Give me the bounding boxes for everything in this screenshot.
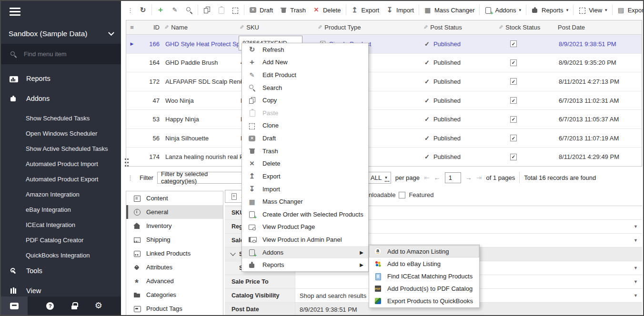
sidebar-subitem[interactable]: Amazon Integration xyxy=(1,187,121,202)
context-menu-item[interactable]: View Product in Admin Panel xyxy=(242,233,368,246)
column-header[interactable]: ✎ Post Status xyxy=(421,20,497,34)
flag-checkbox[interactable]: Featured xyxy=(399,191,433,198)
table-row[interactable]: 172 ALFAPARF SDL Scalp Renew Kit 55 ✓Pub… xyxy=(126,72,642,91)
prev-page-button[interactable]: ← xyxy=(434,174,441,181)
next-page-button[interactable]: → xyxy=(465,174,472,181)
lock-icon[interactable] xyxy=(70,302,78,310)
sidebar-subitem[interactable]: Open Windows Scheduler xyxy=(1,126,121,141)
chevron-down-icon[interactable]: ▼ xyxy=(634,279,638,284)
column-header[interactable]: ✎ Stock Status xyxy=(497,20,555,34)
context-menu-item[interactable]: Addons ▶ xyxy=(242,246,368,259)
table-row[interactable]: 56 Ninja Silhouette HD ✓Published ✓ 6/7/… xyxy=(126,129,642,148)
table-row[interactable]: 53 Happy Ninja HD ✓Published ✓ 6/7/2013 … xyxy=(126,110,642,129)
toolbar-button[interactable] xyxy=(479,5,480,15)
toolbar-button[interactable]: ↥ Export xyxy=(348,4,383,17)
detail-tab[interactable]: Inventory xyxy=(126,219,223,233)
sidebar-item[interactable]: Reports xyxy=(1,69,121,89)
submenu-item[interactable]: Add Product(s) to PDF Catalog xyxy=(369,283,479,295)
stock-status-checkbox[interactable]: ✓ xyxy=(510,40,517,47)
stock-status-checkbox[interactable]: ✓ xyxy=(510,78,517,85)
sidebar-item[interactable]: Addons xyxy=(1,89,121,109)
context-menu-item[interactable]: ▦ Mass Changer xyxy=(242,195,368,208)
toolbar-button[interactable]: ↻ xyxy=(136,4,150,17)
page-number-input[interactable]: 1 xyxy=(445,172,461,183)
toolbar-button[interactable] xyxy=(612,5,613,15)
chevron-expand-icon[interactable] xyxy=(230,250,235,256)
table-row[interactable]: 164 GHD Paddle Brush 45 ✓Published ✓ 8/9… xyxy=(126,54,642,73)
chevron-down-icon[interactable]: ▼ xyxy=(634,224,638,229)
sidebar-subitem[interactable]: PDF Catalog Creator xyxy=(1,232,121,247)
context-menu-item[interactable]: Reports ▶ xyxy=(242,258,368,271)
first-page-button[interactable]: ⇤ xyxy=(424,174,430,181)
sidebar-item[interactable]: Tools xyxy=(1,261,121,281)
context-menu-item[interactable]: ✕ Delete xyxy=(242,157,368,170)
sidebar-subitem[interactable]: Show Active Scheduled Tasks xyxy=(1,141,121,156)
sidebar-subitem[interactable]: Automated Product Import xyxy=(1,156,121,171)
context-menu-item[interactable]: ↧ Import xyxy=(242,183,368,196)
chevron-down-icon[interactable]: ▼ xyxy=(634,266,638,270)
toolbar-button[interactable] xyxy=(526,5,526,15)
context-menu-item[interactable]: ✎ Edit Product xyxy=(242,69,368,81)
stock-status-checkbox[interactable]: ✓ xyxy=(510,97,517,104)
sidebar-subitem[interactable]: Automated Product Export xyxy=(1,171,121,187)
context-menu-item[interactable]: ↻ Refresh xyxy=(242,43,368,56)
store-connection-selector[interactable]: Sandbox (Sample Data) xyxy=(1,25,121,43)
detail-tab[interactable]: Categories xyxy=(126,288,223,302)
table-row[interactable]: 47 Woo Ninja HD ✓Published ✓ 6/7/2013 11… xyxy=(126,91,642,110)
stock-status-checkbox[interactable]: ✓ xyxy=(510,116,517,123)
toolbar-drag-handle[interactable]: ⋮ xyxy=(125,7,136,14)
toolbar-button[interactable]: Trash xyxy=(276,4,309,17)
detail-tab[interactable]: Attributes xyxy=(126,260,223,274)
toolbar-button[interactable] xyxy=(151,5,152,15)
detail-tab[interactable]: Shipping xyxy=(126,233,223,247)
chevron-down-icon[interactable]: ▼ xyxy=(634,293,638,298)
table-row[interactable]: 174 Lanza healing nourish real kit 77 ✓P… xyxy=(126,148,642,166)
toolbar-button[interactable]: Reports ▾ xyxy=(528,4,572,17)
toolbar-button[interactable]: ✕ Delete xyxy=(309,4,344,17)
context-menu-item[interactable]: Clone xyxy=(242,119,368,132)
column-header[interactable]: Post Date xyxy=(555,20,642,34)
stock-status-checkbox[interactable]: ✓ xyxy=(510,135,517,141)
toolbar-button[interactable]: + xyxy=(153,4,168,17)
sidebar-subitem[interactable]: ICEcat Integration xyxy=(1,217,121,232)
stock-status-checkbox[interactable]: ✓ xyxy=(510,59,517,66)
context-menu-item[interactable]: View Product Page xyxy=(242,221,368,234)
context-menu-item[interactable]: Paste xyxy=(242,107,368,119)
toolbar-button[interactable] xyxy=(419,5,419,15)
sidebar-subitem[interactable]: Show Scheduled Tasks xyxy=(1,110,121,126)
last-page-button[interactable]: ⇥ xyxy=(476,174,482,181)
toolbar-button[interactable]: Draft xyxy=(246,4,276,17)
checkbox-icon[interactable] xyxy=(399,192,405,198)
detail-tab[interactable]: General xyxy=(126,205,223,219)
column-header[interactable]: ID xyxy=(138,20,163,34)
stock-status-checkbox[interactable]: ✓ xyxy=(510,154,517,160)
splitter-handle[interactable] xyxy=(124,158,128,168)
context-menu-item[interactable]: Copy xyxy=(242,94,368,107)
detail-tab[interactable]: Advanced xyxy=(126,274,223,288)
column-header[interactable]: ✎ SKU xyxy=(239,20,316,34)
toolbar-button[interactable]: ✎ xyxy=(168,4,182,17)
submenu-item[interactable]: Add to eBay Listing xyxy=(369,257,479,270)
toolbar-button[interactable] xyxy=(200,4,214,17)
submenu-item[interactable]: Export Products to QuickBooks xyxy=(369,295,479,307)
toolbar-button[interactable]: ▦ Mass Changer xyxy=(421,4,478,17)
toolbar-button[interactable] xyxy=(214,4,228,17)
detail-tab[interactable]: Product Tags xyxy=(126,302,223,316)
chevron-down-icon[interactable]: ▼ xyxy=(634,238,638,243)
toolbar-button[interactable] xyxy=(182,4,196,17)
detail-tab[interactable]: Linked Products xyxy=(126,247,223,260)
context-menu-item[interactable]: Trash xyxy=(242,145,368,158)
toolbar-button[interactable] xyxy=(573,5,574,15)
toolbar-button[interactable] xyxy=(198,5,198,15)
category-filter-combo[interactable]: Filter by selected category(ies) ▾ xyxy=(157,172,251,184)
context-menu-item[interactable]: Search xyxy=(242,81,368,94)
toolbar-button[interactable]: View ▾ xyxy=(575,4,610,17)
toolbar-button[interactable]: Addons ▾ xyxy=(481,4,524,17)
gear-icon[interactable]: ⚙ xyxy=(95,302,102,310)
context-menu-item[interactable]: Create Order with Selected Products xyxy=(242,208,368,221)
filterbar-drag-handle[interactable]: ⋮ xyxy=(125,174,136,181)
toolbar-button[interactable] xyxy=(346,5,346,15)
table-row[interactable]: ▶ 166 GHD Style Heat Protect Spray 87656… xyxy=(126,35,642,54)
storage-button[interactable] xyxy=(1,296,28,315)
context-menu-item[interactable]: Draft xyxy=(242,132,368,145)
